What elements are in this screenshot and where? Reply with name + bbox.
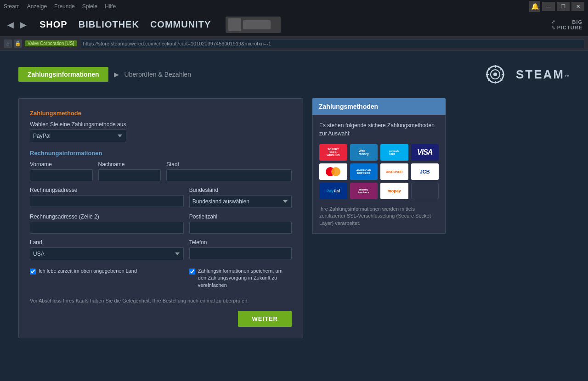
- sidebar-description: Es stehen folgende sichere Zahlungsmetho…: [319, 121, 439, 138]
- nav-bar: ◀ ▶ SHOP BIBLIOTHEK COMMUNITY ⤢ ⤡ BIGPIC…: [0, 13, 588, 37]
- nav-avatar[interactable]: [226, 17, 281, 33]
- checkbox1[interactable]: [30, 269, 36, 275]
- checkbox1-col: Ich lebe zurzeit im oben angegebenen Lan…: [30, 266, 184, 289]
- nav-arrows: ◀ ▶: [6, 18, 28, 32]
- postal-col: Postleitzahl: [189, 213, 292, 234]
- payment-section-title: Zahlungsmethode: [30, 110, 292, 117]
- sidebar-ssl-text: Ihre Zahlungsinformationen werden mittel…: [319, 206, 439, 227]
- checkbox1-label: Ich lebe zurzeit im oben angegebenen Lan…: [39, 268, 137, 275]
- last-name-label: Nachname: [98, 161, 161, 168]
- payment-icon-jcb: JCB: [411, 163, 439, 180]
- state-select[interactable]: Bundesland auswählen: [189, 195, 292, 208]
- title-bar-menus: Steam Anzeige Freunde Spiele Hilfe: [4, 3, 116, 10]
- window-controls: 🔔 — ❐ ✕: [529, 1, 584, 12]
- home-icon[interactable]: ⌂: [4, 39, 12, 48]
- payment-icon-moneybookers: moneybookers: [350, 183, 378, 199]
- big-picture-button[interactable]: ⤢ ⤡ BIGPICTURE: [551, 19, 582, 30]
- sidebar-body: Es stehen folgende sichere Zahlungsmetho…: [312, 115, 446, 234]
- svg-point-2: [493, 73, 497, 76]
- country-select[interactable]: USA Deutschland Österreich Schweiz: [30, 247, 184, 260]
- first-name-input[interactable]: [30, 169, 93, 181]
- billing-address2-label: Rechnungsadresse (Zeile 2): [30, 213, 184, 220]
- first-name-label: Vorname: [30, 161, 93, 168]
- form-container: Zahlungsmethode Wählen Sie eine Zahlungs…: [18, 98, 570, 338]
- address-bar: ⌂ 🔒 Valve Corporation [US]: [0, 37, 588, 50]
- menu-spiele[interactable]: Spiele: [82, 3, 97, 10]
- billing-address2-input[interactable]: [30, 222, 184, 234]
- form-row-1: Vorname Nachname Stadt: [30, 161, 292, 181]
- city-col: Stadt: [166, 161, 292, 181]
- checkbox2-row: Zahlungsinformationen speichern, um den …: [189, 268, 292, 289]
- checkbox-row: Ich lebe zurzeit im oben angegebenen Lan…: [30, 266, 292, 289]
- payment-icon-visa: VISA: [411, 144, 439, 161]
- steam-logo-icon: [479, 64, 511, 84]
- avatar-name: [243, 20, 271, 29]
- state-col: Bundesland Bundesland auswählen: [189, 187, 292, 208]
- address-input[interactable]: [80, 39, 584, 48]
- notification-button[interactable]: 🔔: [529, 1, 540, 12]
- city-input[interactable]: [166, 169, 292, 181]
- form-row-3: Rechnungsadresse (Zeile 2) Postleitzahl: [30, 213, 292, 234]
- state-label: Bundesland: [189, 187, 292, 193]
- form-row-4: Land USA Deutschland Österreich Schweiz …: [30, 239, 292, 260]
- steam-logo-text: STEAM: [516, 67, 565, 82]
- sidebar: Zahlungsmethoden Es stehen folgende sich…: [312, 98, 446, 338]
- big-picture-arrows: ⤢ ⤡: [551, 19, 555, 30]
- nav-links: SHOP BIBLIOTHEK COMMUNITY: [40, 17, 281, 33]
- address-icons: ⌂ 🔒: [4, 39, 22, 48]
- nav-library[interactable]: BIBLIOTHEK: [79, 19, 139, 30]
- payment-select-wrapper: PayPal Kreditkarte SOFORT Überweisung We…: [30, 129, 292, 142]
- country-label: Land: [30, 239, 184, 246]
- notice-text: Vor Abschluss Ihres Kaufs haben Sie die …: [30, 298, 292, 303]
- checkbox1-row: Ich lebe zurzeit im oben angegebenen Lan…: [30, 268, 184, 275]
- step-2-inactive: Überprüfen & Bezahlen: [124, 71, 192, 78]
- minimize-button[interactable]: —: [542, 2, 555, 11]
- steam-logo-tm: ™: [565, 74, 570, 79]
- button-row: WEITER: [30, 311, 292, 327]
- postal-input[interactable]: [189, 222, 292, 234]
- avatar-image: [228, 18, 241, 31]
- nav-shop[interactable]: SHOP: [40, 19, 68, 30]
- menu-freunde[interactable]: Freunde: [54, 3, 75, 10]
- last-name-input[interactable]: [98, 169, 161, 181]
- payment-method-label: Wählen Sie eine Zahlungsmethode aus: [30, 121, 292, 128]
- first-name-col: Vorname: [30, 161, 93, 181]
- weiter-button[interactable]: WEITER: [238, 311, 292, 327]
- restore-button[interactable]: ❐: [557, 2, 570, 11]
- close-button[interactable]: ✕: [571, 2, 584, 11]
- last-name-col: Nachname: [98, 161, 161, 181]
- billing-address2-col: Rechnungsadresse (Zeile 2): [30, 213, 184, 234]
- payment-icon-discover: DISCOVER: [380, 163, 408, 180]
- billing-section-title: Rechnungsinformationen: [30, 150, 292, 157]
- menu-steam[interactable]: Steam: [4, 3, 20, 10]
- payment-icon-paypal: PayPal: [319, 183, 347, 199]
- payment-method-select[interactable]: PayPal Kreditkarte SOFORT Überweisung We…: [30, 129, 126, 142]
- menu-anzeige[interactable]: Anzeige: [27, 3, 47, 10]
- payment-icon-empty: [411, 183, 439, 199]
- steam-logo-text-wrapper: STEAM ™: [516, 67, 570, 82]
- billing-address-col: Rechnungsadresse: [30, 187, 184, 208]
- billing-address-label: Rechnungsadresse: [30, 187, 184, 193]
- form-row-2: Rechnungsadresse Bundesland Bundesland a…: [30, 187, 292, 208]
- step-arrow: ▶: [114, 71, 119, 78]
- checkbox2[interactable]: [189, 269, 195, 275]
- expand-icon: ⤢: [551, 19, 555, 24]
- form-main: Zahlungsmethode Wählen Sie eine Zahlungs…: [18, 98, 303, 338]
- title-bar: Steam Anzeige Freunde Spiele Hilfe 🔔 — ❐…: [0, 0, 588, 13]
- big-picture-label: BIGPICTURE: [557, 19, 582, 30]
- phone-input[interactable]: [189, 247, 292, 259]
- forward-button[interactable]: ▶: [18, 18, 28, 32]
- nav-community[interactable]: COMMUNITY: [150, 19, 211, 30]
- compress-icon: ⤡: [551, 25, 555, 30]
- payment-icon-paysafe: paysafecard: [380, 144, 408, 161]
- steam-logo: STEAM ™: [479, 64, 570, 84]
- payment-icon-amex: AMERICANEXPRESS: [350, 163, 378, 180]
- menu-hilfe[interactable]: Hilfe: [105, 3, 116, 10]
- main-content: Zahlungsinformationen ▶ Überprüfen & Bez…: [0, 50, 588, 381]
- lock-icon: 🔒: [14, 39, 22, 48]
- payment-icons-grid: SOFORTÜBER-WEISUNG WebMoney paysafecard …: [319, 144, 439, 199]
- back-button[interactable]: ◀: [6, 18, 16, 32]
- payment-icon-webmoney: WebMoney: [350, 144, 378, 161]
- checkbox2-col: Zahlungsinformationen speichern, um den …: [189, 266, 292, 289]
- billing-address-input[interactable]: [30, 195, 184, 207]
